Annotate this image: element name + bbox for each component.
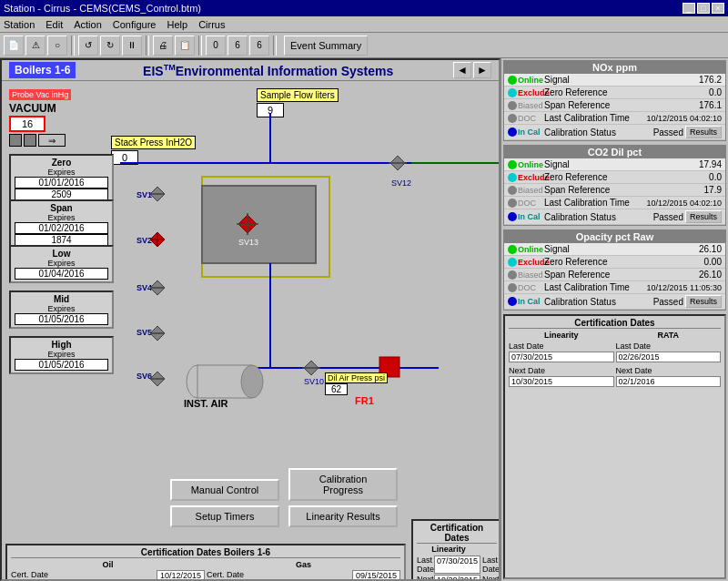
linearity-results-button[interactable]: Linearity Results (288, 505, 398, 527)
menu-help[interactable]: Help (167, 19, 188, 30)
co2-calstatus-label: Calibration Status (544, 212, 629, 222)
co2-signal-value: 17.94 (667, 159, 722, 169)
menu-configure[interactable]: Configure (113, 19, 157, 30)
cert-right-box: Certification Dates Linearity RATA Last … (411, 519, 500, 581)
nox-doc-indicator: DOC (508, 114, 544, 123)
opacity-results-button[interactable]: Results (685, 295, 722, 308)
low-title: Low (15, 249, 108, 259)
rata-next-label: Next Date (616, 366, 652, 375)
dil-air-value: 62 (325, 383, 348, 395)
nox-biased-dot (508, 101, 517, 110)
co2-doc-indicator: DOC (508, 199, 544, 208)
right-panel: NOx ppm Online Signal 176.2 Exclude Zero… (500, 58, 728, 581)
toolbar-btn-8[interactable]: 📋 (175, 36, 195, 56)
mid-date-value: 01/05/2016 (15, 313, 108, 325)
cert-right-title: Certification Dates (417, 523, 497, 544)
co2-zero-row: Exclude Zero Reference 0.0 (504, 171, 725, 184)
cert-rata-last-value: 02/26/2015 (500, 556, 500, 574)
co2-zero-label: Zero Reference (544, 172, 667, 182)
rata-next-value: 02/1/2016 (616, 376, 722, 387)
opacity-online-dot (508, 245, 517, 254)
svg-point-17 (241, 365, 263, 398)
toolbar-sep-3 (198, 36, 202, 56)
nox-zero-label: Zero Reference (544, 87, 667, 97)
co2-span-row: Biased Span Reference 17.9 (504, 184, 725, 197)
co2-lastcal-row: DOC Last Calibration Time 10/12/2015 04:… (504, 197, 725, 209)
rata-last-row: Last Date 02/26/2015 (616, 341, 722, 362)
close-button[interactable]: × (712, 3, 724, 14)
toolbar-btn-3[interactable]: ○ (47, 36, 67, 56)
opacity-incal-dot (508, 297, 517, 306)
scada-panel: Boilers 1-6 EISTMEnvironmental Informati… (0, 58, 500, 581)
lin-last-label: Last Date (509, 341, 544, 351)
opacity-signal-value: 26.10 (667, 244, 722, 254)
co2-calstatus-value: Passed (629, 212, 683, 222)
minimize-button[interactable]: _ (682, 3, 695, 14)
nox-results-button[interactable]: Results (685, 126, 722, 138)
opacity-doc-label: DOC (518, 283, 536, 292)
nav-forward-button[interactable]: ► (473, 62, 491, 78)
menu-action[interactable]: Action (74, 19, 102, 30)
high-cal-box: High Expires 01/05/2016 (9, 336, 114, 374)
cert-lin-last-label: Last Date (417, 556, 434, 574)
co2-zero-value: 0.0 (667, 172, 722, 182)
co2-lastcal-label: Last Calibration Time (544, 198, 646, 208)
opacity-lastcal-value: 10/12/2015 11:05:30 (646, 283, 722, 292)
co2-exclude-indicator: Exclude (508, 173, 544, 182)
vac-btn-1[interactable] (9, 134, 22, 147)
nav-back-button[interactable]: ◄ (453, 62, 471, 78)
cert-lin-next: Next Date 10/30/2015 (417, 575, 480, 581)
opacity-zero-row: Exclude Zero Reference 0.00 (504, 256, 725, 269)
toolbar-btn-5[interactable]: ↻ (100, 36, 120, 56)
main-area: Boilers 1-6 EISTMEnvironmental Informati… (0, 58, 728, 581)
co2-online-indicator: Online (508, 160, 544, 169)
nox-doc-label: DOC (518, 114, 536, 123)
toolbar-btn-6[interactable]: ⏸ (122, 36, 142, 56)
probe-vacuum: Probe Vac inHg VACUUM 16 ⇒ (9, 88, 71, 147)
scada-header: Boilers 1-6 EISTMEnvironmental Informati… (2, 60, 499, 81)
cert-lin-col: Last Date 07/30/2015 Next Date 10/30/201… (417, 556, 480, 581)
toolbar-btn-1[interactable]: 📄 (4, 36, 24, 56)
nox-signal-row: Online Signal 176.2 (504, 74, 725, 87)
toolbar-btn-9[interactable]: 0 (206, 36, 226, 56)
opacity-online-indicator: Online (508, 245, 544, 254)
maximize-button[interactable]: □ (697, 3, 710, 14)
title-text: Station - Cirrus - CEMS(CEMS_Control.btm… (4, 3, 201, 14)
opacity-span-row: Biased Span Reference 26.10 (504, 269, 725, 281)
vac-btn-2[interactable] (24, 134, 36, 147)
toolbar-btn-7[interactable]: 🖨 (153, 36, 173, 56)
co2-results-button[interactable]: Results (685, 210, 722, 223)
manual-control-button[interactable]: Manual Control (170, 479, 279, 501)
calibration-progress-button[interactable]: Calibration Progress (288, 468, 398, 501)
toolbar-btn-2[interactable]: ⚠ (25, 36, 46, 56)
menu-edit[interactable]: Edit (46, 19, 63, 30)
event-summary-button[interactable]: Event Summary (284, 36, 368, 56)
setup-timers-button[interactable]: Setup Timers (170, 505, 279, 527)
opacity-signal-row: Online Signal 26.10 (504, 243, 725, 256)
menu-station[interactable]: Station (4, 19, 35, 30)
toolbar-btn-11[interactable]: 6 (249, 36, 269, 56)
nox-zero-value: 0.0 (667, 87, 722, 97)
toolbar-sep-2 (146, 36, 149, 56)
nox-lastcal-label: Last Calibration Time (544, 113, 646, 123)
svg-text:SV10: SV10 (304, 377, 324, 386)
nox-calstatus-row: In Cal Calibration Status Passed Results (504, 125, 725, 140)
nox-biased-indicator: Biased (508, 101, 544, 110)
vacuum-value: 16 (9, 116, 46, 132)
menu-cirrus[interactable]: Cirrus (198, 19, 225, 30)
rata-last-value: 02/26/2015 (616, 352, 722, 362)
span-date-value: 01/02/2016 (15, 222, 108, 234)
opacity-biased-dot (508, 270, 517, 280)
zero-title: Zero (15, 158, 108, 168)
opacity-section: Opacity pct Raw Online Signal 26.10 Excl… (503, 229, 726, 311)
toolbar-btn-10[interactable]: 6 (228, 36, 248, 56)
co2-incal-indicator: In Cal (508, 212, 544, 221)
toolbar-btn-4[interactable]: ↺ (78, 36, 98, 56)
opacity-incal-label: In Cal (518, 297, 541, 306)
nox-exclude-indicator: Exclude (508, 88, 544, 97)
scada-buttons-right: Calibration Progress Linearity Results (288, 468, 398, 527)
zero-expires-label: Expires (15, 168, 108, 177)
toolbar: 📄 ⚠ ○ ↺ ↻ ⏸ 🖨 📋 0 6 6 Event Summary (0, 33, 728, 58)
high-title: High (15, 340, 108, 350)
co2-doc-label: DOC (518, 199, 536, 208)
